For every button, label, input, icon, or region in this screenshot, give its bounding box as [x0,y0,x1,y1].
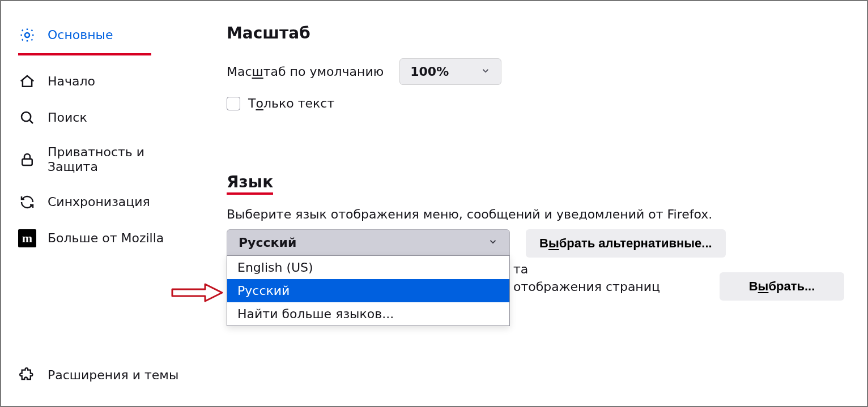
svg-rect-2 [22,159,32,165]
sidebar-item-label: Основные [48,28,113,42]
sidebar-item-label: Приватность и Защита [48,145,195,175]
sidebar-item-mozilla[interactable]: m Больше от Mozilla [18,224,195,253]
language-selected: Русский [239,235,296,250]
choose-languages-button[interactable]: Выбрать... [720,272,844,301]
language-heading: Язык [227,173,273,191]
gear-icon [18,26,36,44]
sidebar-item-label: Больше от Mozilla [48,231,164,246]
svg-point-0 [25,33,29,37]
zoom-heading: Масштаб [227,24,844,42]
sidebar-item-general[interactable]: Основные [18,20,195,50]
main-pane: Масштаб Масштаб по умолчанию 100% Только… [195,1,867,406]
svg-point-1 [22,112,31,121]
sidebar-item-label: Синхронизация [48,195,150,209]
sidebar: Основные Начало Поиск [1,1,195,406]
annotation-underline [18,53,151,55]
pref-lang-partial-text: отображения страниц [513,280,660,294]
sidebar-item-search[interactable]: Поиск [18,103,195,132]
language-option-more[interactable]: Найти больше языков... [227,302,509,325]
language-select[interactable]: Русский English (US) Русский Найти больш… [227,229,510,256]
text-only-label: Только текст [248,96,334,110]
sync-icon [18,193,36,211]
puzzle-icon [18,366,36,384]
zoom-default-label: Масштаб по умолчанию [227,65,384,79]
zoom-value: 100% [410,65,449,79]
chevron-down-icon [488,235,498,250]
chevron-down-icon [480,65,491,79]
sidebar-item-label: Поиск [48,110,87,125]
text-only-checkbox[interactable] [227,97,240,110]
home-icon [18,72,36,91]
language-description: Выберите язык отображения меню, сообщени… [227,207,844,221]
lock-icon [18,151,36,169]
language-option[interactable]: English (US) [227,256,509,279]
language-dropdown: English (US) Русский Найти больше языков… [227,255,510,326]
language-option-selected[interactable]: Русский [227,279,509,302]
sidebar-item-label: Начало [48,74,95,89]
sidebar-item-label: Расширения и темы [48,368,178,383]
sidebar-item-privacy[interactable]: Приватность и Защита [18,139,195,181]
sidebar-item-sync[interactable]: Синхронизация [18,187,195,217]
sidebar-item-extensions[interactable]: Расширения и темы [18,361,195,390]
search-icon [18,109,36,127]
set-alternatives-button[interactable]: Выбрать альтернативные... [526,229,726,258]
zoom-select[interactable]: 100% [399,58,501,85]
mozilla-icon: m [18,229,36,247]
sidebar-item-home[interactable]: Начало [18,67,195,96]
